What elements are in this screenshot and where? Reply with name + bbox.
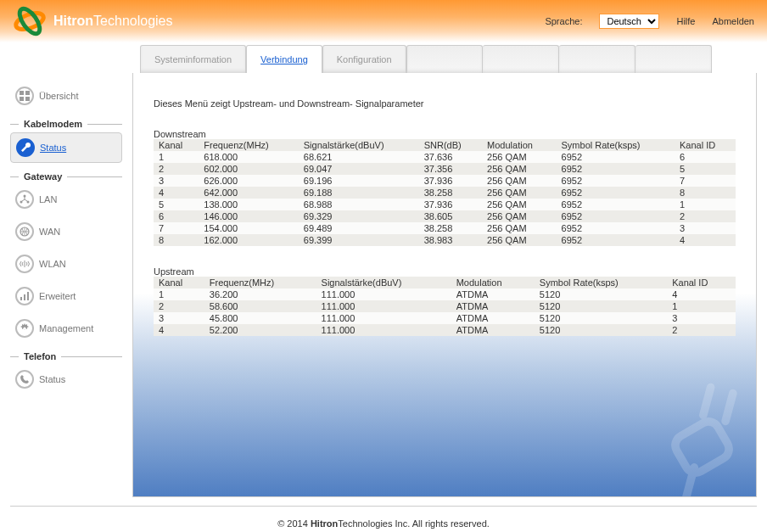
svg-rect-5 — [25, 97, 30, 101]
table-cell: 138.000 — [199, 199, 298, 210]
column-header: Frequenz(MHz) — [199, 139, 298, 151]
table-cell: 69.047 — [299, 163, 419, 175]
table-cell: 6952 — [557, 234, 675, 246]
sidebar-item-management[interactable]: Management — [10, 314, 122, 343]
table-cell: 37.936 — [419, 175, 482, 187]
table-cell: 154.000 — [199, 222, 298, 234]
table-cell: 1 — [154, 288, 204, 300]
table-cell: 2 — [154, 300, 204, 312]
upstream-table: KanalFrequenz(MHz)Signalstärke(dBuV)Modu… — [154, 277, 736, 336]
table-cell: 6952 — [557, 187, 675, 199]
table-cell: 38.258 — [419, 187, 482, 199]
table-row: 3626.00069.19637.936256 QAM69527 — [154, 175, 736, 187]
gear-icon — [15, 319, 34, 338]
tab-connection[interactable]: Verbindung — [246, 45, 322, 73]
downstream-table: KanalFrequenz(MHz)Signalstärke(dBuV)SNR(… — [154, 139, 736, 246]
table-row: 136.200111.000ATDMA51204 — [154, 288, 736, 300]
upstream-title: Upstream — [154, 266, 736, 277]
network-icon — [15, 190, 34, 209]
language-label: Sprache: — [545, 16, 582, 26]
svg-point-1 — [16, 6, 44, 36]
table-row: 452.200111.000ATDMA51202 — [154, 324, 736, 336]
column-header: Modulation — [451, 277, 535, 288]
table-cell: 6952 — [557, 163, 675, 175]
table-cell: 6952 — [557, 175, 675, 187]
column-header: Kanal ID — [675, 139, 736, 151]
column-header: Kanal — [154, 139, 199, 151]
table-cell: 5120 — [535, 300, 667, 312]
table-cell: 3 — [675, 222, 736, 234]
header: HitronTechnologies Sprache: Deutsch Hilf… — [0, 0, 767, 42]
table-cell: ATDMA — [451, 288, 535, 300]
sidebar-item-label: LAN — [39, 194, 57, 204]
svg-rect-10 — [20, 297, 22, 300]
svg-rect-12 — [27, 292, 29, 300]
table-cell: 5 — [675, 163, 736, 175]
table-cell: 111.000 — [316, 288, 451, 300]
table-cell: 2 — [675, 210, 736, 222]
sidebar-item-wlan[interactable]: WLAN — [10, 249, 122, 278]
table-cell: 3 — [154, 312, 204, 324]
table-cell: 6952 — [557, 222, 675, 234]
help-link[interactable]: Hilfe — [676, 16, 695, 26]
globe-icon — [15, 222, 34, 241]
table-row: 345.800111.000ATDMA51203 — [154, 312, 736, 324]
column-header: Symbol Rate(ksps) — [557, 139, 675, 151]
table-cell: 6 — [675, 151, 736, 163]
table-cell: 111.000 — [316, 300, 451, 312]
table-cell: 4 — [667, 288, 736, 300]
tab-configuration[interactable]: Konfiguration — [322, 45, 406, 73]
table-cell: 5 — [154, 199, 199, 210]
sidebar-section-modem: Kabelmodem — [10, 119, 122, 129]
sidebar-item-overview[interactable]: Übersicht — [10, 81, 122, 110]
table-cell: 8 — [675, 187, 736, 199]
table-cell: 5120 — [535, 312, 667, 324]
table-cell: 1 — [675, 199, 736, 210]
table-cell: 45.800 — [204, 312, 316, 324]
table-cell: 256 QAM — [482, 234, 556, 246]
table-cell: 38.605 — [419, 210, 482, 222]
table-cell: 5120 — [535, 288, 667, 300]
column-header: Kanal ID — [667, 277, 736, 288]
table-cell: 6952 — [557, 199, 675, 210]
table-cell: 6952 — [557, 210, 675, 222]
wifi-icon — [15, 255, 34, 273]
table-row: 5138.00068.98837.936256 QAM69521 — [154, 199, 736, 210]
table-cell: 7 — [154, 222, 199, 234]
table-cell: 256 QAM — [482, 187, 556, 199]
tab-spacer — [635, 45, 712, 73]
column-header: Signalstärke(dBuV) — [316, 277, 451, 288]
tab-systeminfo[interactable]: Systeminformation — [140, 45, 246, 73]
sidebar-item-lan[interactable]: LAN — [10, 185, 122, 214]
grid-icon — [15, 87, 34, 105]
table-row: 1618.00068.62137.636256 QAM69526 — [154, 151, 736, 163]
table-row: 4642.00069.18838.258256 QAM69528 — [154, 187, 736, 199]
sidebar-item-status[interactable]: Status — [10, 132, 122, 163]
tab-spacer — [483, 45, 559, 73]
table-cell: 8 — [154, 234, 199, 246]
sidebar-item-wan[interactable]: WAN — [10, 217, 122, 246]
column-header: Modulation — [482, 139, 556, 151]
table-cell: 4 — [154, 324, 204, 336]
table-cell: 6 — [154, 210, 199, 222]
wrench-icon — [16, 138, 35, 157]
table-cell: 146.000 — [199, 210, 298, 222]
sidebar-item-phone-status[interactable]: Status — [10, 365, 122, 394]
sidebar-section-label: Gateway — [24, 171, 62, 182]
table-row: 2602.00069.04737.356256 QAM69525 — [154, 163, 736, 175]
language-select[interactable]: Deutsch — [599, 14, 659, 29]
table-cell: 38.983 — [419, 234, 482, 246]
table-cell: 37.936 — [419, 199, 482, 210]
tab-spacer — [406, 45, 483, 73]
column-header: Kanal — [154, 277, 204, 288]
brand-text: HitronTechnologies — [53, 14, 173, 29]
logout-link[interactable]: Abmelden — [712, 16, 754, 26]
page-description: Dieses Menü zeigt Upstream- und Downstre… — [154, 98, 736, 109]
table-cell: 2 — [154, 163, 199, 175]
sidebar-item-label: Management — [39, 323, 93, 333]
sidebar-item-advanced[interactable]: Erweitert — [10, 282, 122, 311]
table-cell: 37.636 — [419, 151, 482, 163]
table-cell: 256 QAM — [482, 175, 556, 187]
table-cell: 69.489 — [299, 222, 419, 234]
column-header: Frequenz(MHz) — [204, 277, 316, 288]
